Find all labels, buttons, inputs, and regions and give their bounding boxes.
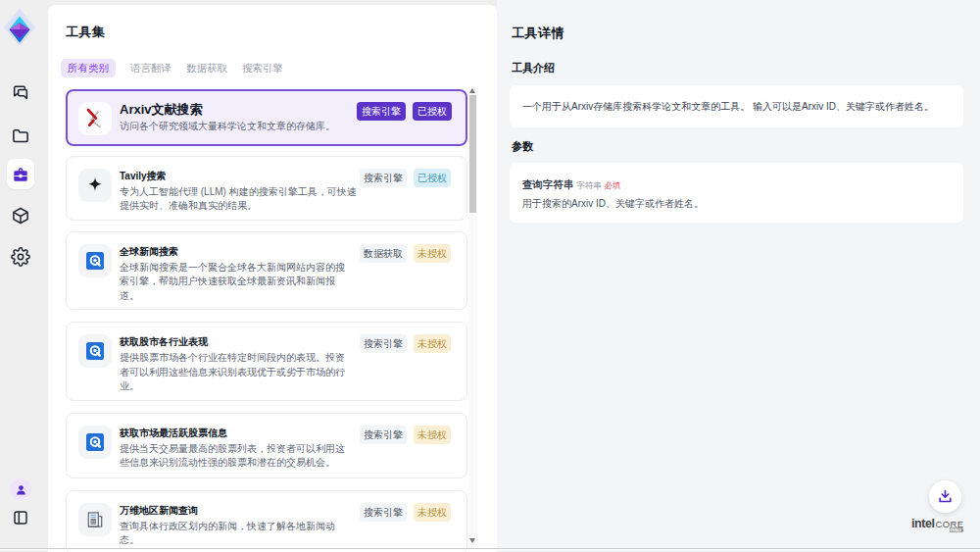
svg-text:intel: intel <box>911 517 935 530</box>
svg-text:CORE: CORE <box>936 519 964 529</box>
svg-text:ULTRA: ULTRA <box>952 528 964 532</box>
